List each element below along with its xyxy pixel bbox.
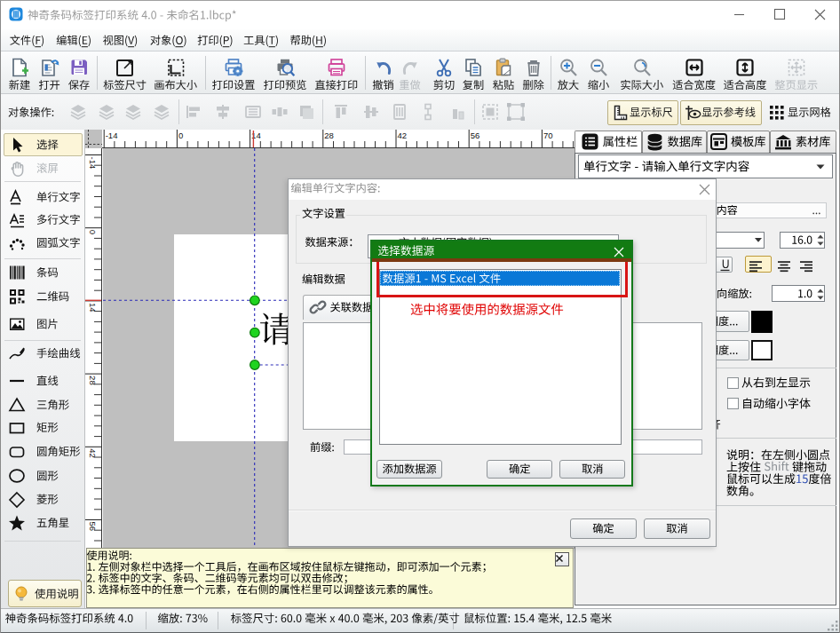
svg-text:70: 70 [543, 131, 553, 140]
svg-text:14: 14 [251, 131, 261, 140]
svg-text:42: 42 [398, 131, 408, 140]
svg-text:56: 56 [471, 131, 480, 140]
svg-text:0: 0 [178, 131, 183, 140]
svg-text:28: 28 [88, 376, 98, 385]
svg-text:-14: -14 [88, 157, 98, 170]
svg-text:56: 56 [88, 522, 98, 532]
svg-text:28: 28 [324, 131, 334, 140]
svg-text:0: 0 [88, 230, 98, 234]
svg-text:42: 42 [88, 448, 98, 458]
svg-text:-14: -14 [106, 131, 118, 140]
svg-text:14: 14 [88, 303, 98, 313]
